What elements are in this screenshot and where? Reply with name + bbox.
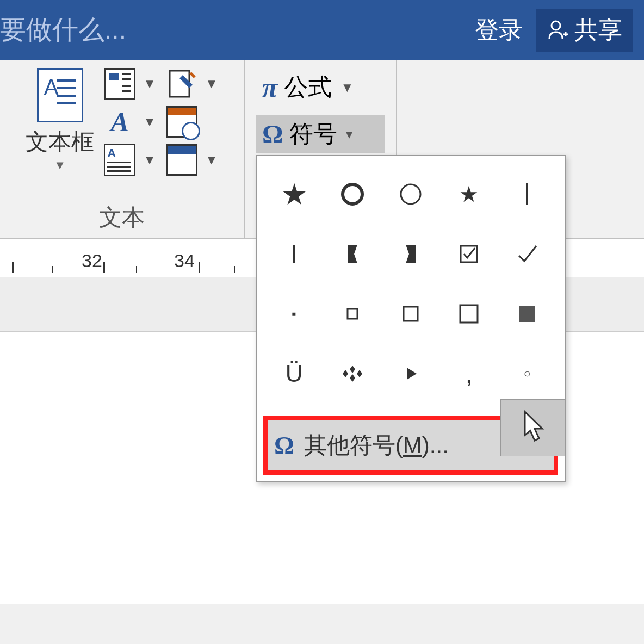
cursor-icon xyxy=(519,409,547,447)
chevron-down-icon: ▼ xyxy=(54,158,66,172)
symbol-checkmark[interactable] xyxy=(498,224,556,284)
symbol-grid: ★ ★ ▪ Ü , ○ xyxy=(257,156,565,412)
object-button[interactable]: ▼ xyxy=(166,144,218,176)
symbol-small-circle[interactable]: ○ xyxy=(498,344,556,404)
chevron-down-icon: ▼ xyxy=(143,152,156,168)
svg-rect-12 xyxy=(519,306,535,322)
symbol-bracket-left[interactable] xyxy=(381,224,439,284)
symbol-diamond-cluster[interactable] xyxy=(323,344,381,404)
pi-icon: π xyxy=(262,71,277,103)
quick-parts-button[interactable]: ▼ xyxy=(104,68,156,100)
symbol-small-square-filled[interactable]: ▪ xyxy=(265,284,323,344)
symbol-vertical-bar[interactable] xyxy=(498,164,556,224)
cursor-indicator xyxy=(500,399,566,456)
symbol-triangle-right[interactable] xyxy=(381,344,439,404)
quick-parts-icon xyxy=(104,68,135,100)
symbol-comma[interactable]: , xyxy=(440,344,498,404)
symbol-star-filled[interactable]: ★ xyxy=(265,164,323,224)
svg-point-0 xyxy=(552,21,560,30)
equation-button[interactable]: π 公式 ▼ xyxy=(256,68,385,107)
symbol-square-large[interactable] xyxy=(440,284,498,344)
object-icon xyxy=(166,144,197,176)
symbol-button[interactable]: Ω 符号 ▾ xyxy=(256,115,385,153)
text-group-label: 文本 xyxy=(99,202,145,233)
symbol-bracket-right[interactable] xyxy=(323,224,381,284)
svg-rect-6 xyxy=(526,183,528,205)
chevron-down-icon: ▼ xyxy=(205,152,218,168)
textbox-button[interactable]: 文本框 ▼ xyxy=(26,68,94,172)
omega-icon: Ω xyxy=(274,431,294,460)
symbol-square-filled[interactable] xyxy=(498,284,556,344)
dropcap-icon xyxy=(104,144,135,176)
chevron-down-icon: ▼ xyxy=(143,114,156,129)
signature-button[interactable]: ▼ xyxy=(166,68,218,100)
share-button[interactable]: 共享 xyxy=(536,9,633,52)
svg-point-5 xyxy=(401,184,420,204)
svg-rect-7 xyxy=(293,245,295,263)
symbol-square-medium[interactable] xyxy=(381,284,439,344)
chevron-down-icon: ▼ xyxy=(205,76,218,91)
textbox-label: 文本框 xyxy=(26,127,94,157)
symbol-star-small[interactable]: ★ xyxy=(440,164,498,224)
omega-icon: Ω xyxy=(262,119,283,149)
symbol-circle-outline[interactable] xyxy=(381,164,439,224)
symbol-u-umlaut[interactable]: Ü xyxy=(265,344,323,404)
symbol-checkbox-checked[interactable] xyxy=(440,224,498,284)
textbox-icon xyxy=(37,68,83,122)
ruler-number: 34 xyxy=(174,250,195,271)
title-bar: 要做什么... 登录 共享 xyxy=(0,0,644,60)
chevron-down-icon: ▾ xyxy=(346,127,352,142)
svg-point-4 xyxy=(343,184,362,204)
symbol-square-small[interactable] xyxy=(323,284,381,344)
chevron-down-icon: ▼ xyxy=(143,76,156,91)
signature-icon xyxy=(166,68,197,100)
login-button[interactable]: 登录 xyxy=(475,14,523,46)
symbol-circle-thick[interactable] xyxy=(323,164,381,224)
text-group: 文本框 ▼ ▼ ▼ A ▼ xyxy=(0,60,245,238)
search-placeholder-text[interactable]: 要做什么... xyxy=(0,13,126,47)
wordart-button[interactable]: A ▼ xyxy=(104,106,156,138)
svg-rect-9 xyxy=(348,309,357,319)
chevron-down-icon: ▼ xyxy=(340,80,354,95)
svg-rect-10 xyxy=(404,307,418,321)
svg-rect-11 xyxy=(460,305,478,323)
share-person-icon xyxy=(547,19,569,41)
wordart-icon: A xyxy=(104,106,135,138)
datetime-button[interactable] xyxy=(166,106,218,138)
symbol-vertical-bar[interactable] xyxy=(265,224,323,284)
share-label: 共享 xyxy=(574,14,622,46)
datetime-icon xyxy=(166,106,197,138)
more-symbols-label: 其他符号(M)... xyxy=(304,430,449,461)
title-bar-right: 登录 共享 xyxy=(475,9,633,52)
ruler-number: 32 xyxy=(82,250,102,271)
equation-label: 公式 xyxy=(284,71,332,103)
symbol-label: 符号 xyxy=(289,118,337,150)
dropcap-button[interactable]: ▼ xyxy=(104,144,156,176)
